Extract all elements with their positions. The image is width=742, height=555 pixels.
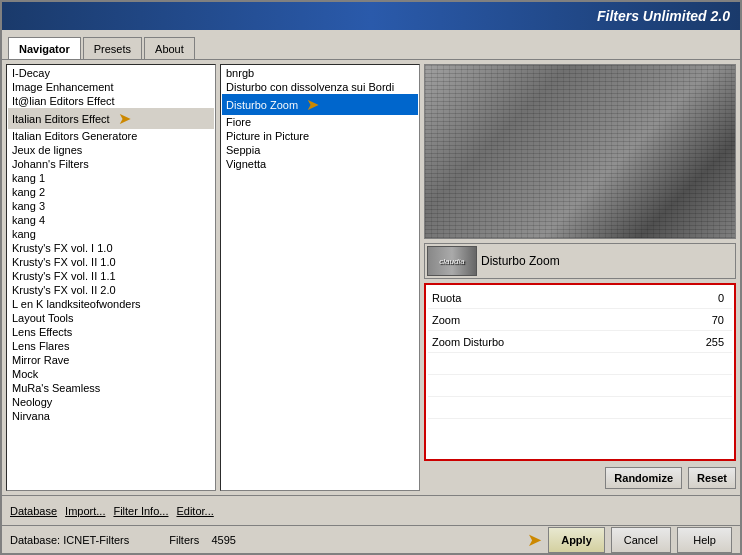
param-row-ruota: Ruota 0 [428, 287, 732, 309]
filter-list[interactable]: bnrgb Disturbo con dissolvenza sui Bordi… [220, 64, 420, 491]
import-link[interactable]: Import... [65, 505, 105, 517]
editor-link[interactable]: Editor... [176, 505, 213, 517]
database-status: Database: ICNET-Filters [10, 534, 129, 546]
tab-bar: Navigator Presets About [2, 30, 740, 60]
param-value-zoom: 70 [688, 314, 728, 326]
list-item[interactable]: Krusty's FX vol. II 1.0 [8, 255, 214, 269]
action-bar: Database Import... Filter Info... Editor… [2, 495, 740, 525]
list-item[interactable]: kang [8, 227, 214, 241]
list-item[interactable]: I-Decay [8, 66, 214, 80]
filter-info-link[interactable]: Filter Info... [113, 505, 168, 517]
right-panel: claudia Disturbo Zoom Ruota 0 Zoom 70 Zo… [424, 64, 736, 491]
sublist-item[interactable]: Vignetta [222, 157, 418, 171]
sublist-item[interactable]: Seppia [222, 143, 418, 157]
arrow-icon: ➤ [118, 109, 131, 128]
filter-thumbnail: claudia [427, 246, 477, 276]
tab-about[interactable]: About [144, 37, 195, 59]
filters-status: Filters 4595 [169, 534, 236, 546]
list-item[interactable]: L en K landksiteofwonders [8, 297, 214, 311]
status-bar: Database: ICNET-Filters Filters 4595 ➤ A… [2, 525, 740, 553]
param-row-empty2 [428, 375, 732, 397]
param-label-ruota: Ruota [432, 292, 688, 304]
list-item[interactable]: Neology [8, 395, 214, 409]
list-item[interactable]: Italian Editors Generatore [8, 129, 214, 143]
list-item[interactable]: MuRa's Seamless [8, 381, 214, 395]
list-item[interactable]: Lens Effects [8, 325, 214, 339]
list-item[interactable]: kang 3 [8, 199, 214, 213]
help-button[interactable]: Help [677, 527, 732, 553]
list-item[interactable]: Nirvana [8, 409, 214, 423]
list-item[interactable]: Krusty's FX vol. II 1.1 [8, 269, 214, 283]
filter-info-bar: claudia Disturbo Zoom [424, 243, 736, 279]
reset-button[interactable]: Reset [688, 467, 736, 489]
param-label-zoom: Zoom [432, 314, 688, 326]
apply-button[interactable]: Apply [548, 527, 605, 553]
list-item-selected[interactable]: Italian Editors Effect ➤ [8, 108, 214, 129]
param-row-zoom: Zoom 70 [428, 309, 732, 331]
sublist-item[interactable]: Picture in Picture [222, 129, 418, 143]
list-item[interactable]: kang 2 [8, 185, 214, 199]
category-list[interactable]: I-Decay Image Enhancement It@lian Editor… [6, 64, 216, 491]
list-item[interactable]: Lens Flares [8, 339, 214, 353]
arrow-icon: ➤ [306, 95, 319, 114]
list-item[interactable]: Krusty's FX vol. I 1.0 [8, 241, 214, 255]
param-row-empty3 [428, 397, 732, 419]
list-item[interactable]: Mock [8, 367, 214, 381]
list-item[interactable]: It@lian Editors Effect [8, 94, 214, 108]
list-item[interactable]: kang 4 [8, 213, 214, 227]
list-item-layout-tools[interactable]: Layout Tools [8, 311, 214, 325]
bottom-button-group: ➤ Apply Cancel Help [527, 527, 732, 553]
middle-panel: bnrgb Disturbo con dissolvenza sui Bordi… [220, 64, 420, 491]
tab-navigator[interactable]: Navigator [8, 37, 81, 59]
sublist-item[interactable]: Fiore [222, 115, 418, 129]
params-area: Ruota 0 Zoom 70 Zoom Disturbo 255 [424, 283, 736, 461]
sublist-item-selected[interactable]: Disturbo Zoom ➤ [222, 94, 418, 115]
preview-area [424, 64, 736, 239]
param-label-zoom-disturbo: Zoom Disturbo [432, 336, 688, 348]
left-panel: I-Decay Image Enhancement It@lian Editor… [6, 64, 216, 491]
sublist-item[interactable]: bnrgb [222, 66, 418, 80]
apply-arrow-icon: ➤ [527, 529, 542, 551]
content-area: I-Decay Image Enhancement It@lian Editor… [2, 60, 740, 495]
randomize-button[interactable]: Randomize [605, 467, 682, 489]
param-value-zoom-disturbo: 255 [688, 336, 728, 348]
database-link[interactable]: Database [10, 505, 57, 517]
main-window: Filters Unlimited 2.0 Navigator Presets … [0, 0, 742, 555]
list-item[interactable]: kang 1 [8, 171, 214, 185]
list-item[interactable]: Krusty's FX vol. II 2.0 [8, 283, 214, 297]
randomize-reset-bar: Randomize Reset [424, 465, 736, 491]
list-item[interactable]: Image Enhancement [8, 80, 214, 94]
param-value-ruota: 0 [688, 292, 728, 304]
tab-presets[interactable]: Presets [83, 37, 142, 59]
list-item[interactable]: Johann's Filters [8, 157, 214, 171]
thumbnail-label: claudia [439, 257, 464, 266]
param-row-zoom-disturbo: Zoom Disturbo 255 [428, 331, 732, 353]
list-item[interactable]: Jeux de lignes [8, 143, 214, 157]
param-row-empty1 [428, 353, 732, 375]
filter-name-display: Disturbo Zoom [481, 254, 560, 268]
title-text: Filters Unlimited 2.0 [597, 8, 730, 24]
list-item[interactable]: Mirror Rave [8, 353, 214, 367]
cancel-button[interactable]: Cancel [611, 527, 671, 553]
sublist-item[interactable]: Disturbo con dissolvenza sui Bordi [222, 80, 418, 94]
title-bar: Filters Unlimited 2.0 [2, 2, 740, 30]
preview-image [425, 65, 735, 238]
